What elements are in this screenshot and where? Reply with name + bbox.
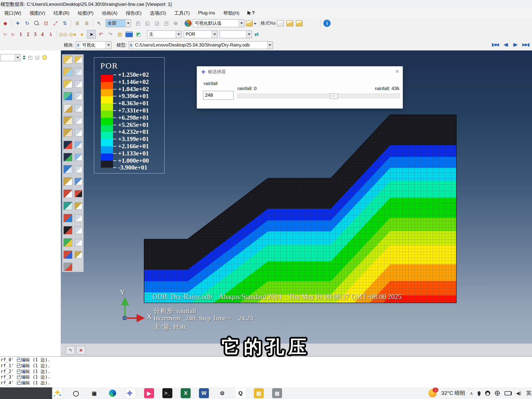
menu-item-5[interactable]: 动画(A) [98, 10, 122, 16]
perspective-on-icon[interactable]: ≣ [73, 19, 82, 28]
previous-prompt-button[interactable]: ↰ [66, 346, 75, 354]
abaqus-app-icon[interactable] [126, 388, 136, 398]
last-frame-button[interactable]: ▶▶▮ [521, 40, 530, 49]
qq-tray-icon[interactable] [485, 391, 490, 396]
copilot-sparkle-icon[interactable] [53, 388, 63, 398]
ruler-chip-icon[interactable]: ◲ [152, 19, 161, 28]
dotted-grid-icon[interactable] [75, 154, 82, 161]
plot-undeformed-icon[interactable]: ◎◎ [59, 30, 68, 39]
mini-table-icon[interactable] [75, 105, 82, 112]
mini-table-icon[interactable] [75, 178, 82, 185]
menu-item-7[interactable]: 选项(O) [146, 10, 170, 16]
excel-icon[interactable]: X [181, 388, 191, 398]
cycle-views-icon[interactable]: ⇅ [60, 19, 69, 28]
chevron-down-icon[interactable] [212, 31, 217, 38]
render-shaded-cube-icon[interactable] [295, 19, 304, 28]
stress-linearization-icon[interactable] [63, 190, 72, 198]
next-frame-button[interactable]: ▮▶ [512, 40, 518, 49]
speaker-icon[interactable]: ◀⟩ [516, 390, 521, 396]
field-report-icon[interactable] [63, 177, 72, 186]
terminal-icon[interactable]: >_ [162, 388, 172, 398]
menu-item-1[interactable]: 视口(W) [0, 10, 25, 16]
recorder-icon[interactable]: ▦ [272, 388, 282, 398]
qq-icon[interactable]: Q [236, 388, 245, 398]
video-app-icon[interactable]: ▶ [144, 388, 154, 398]
manipulate-chip-icon[interactable]: ◱ [143, 19, 152, 28]
dialog-titlebar[interactable]: 帧选择器 [201, 69, 226, 75]
info-button[interactable]: i [323, 19, 331, 28]
contour-plot-icon[interactable] [63, 92, 72, 100]
selection-scope-combo[interactable]: 全部 [106, 19, 131, 27]
slider-handle[interactable] [330, 93, 338, 99]
chevron-down-icon[interactable] [267, 42, 273, 49]
module-combo[interactable]: 可视化 [76, 41, 111, 49]
close-icon[interactable]: ✕ [395, 68, 399, 75]
clock-icon[interactable] [75, 202, 82, 209]
folder-up-icon[interactable]: ◰ [28, 55, 32, 60]
cancel-prompt-button[interactable]: ✕ [76, 346, 85, 354]
sweep-branch-icon[interactable]: λ [46, 30, 55, 39]
mini-table-icon[interactable] [75, 129, 82, 136]
redo-icon[interactable]: ↷ [106, 30, 115, 39]
viewport-2-button[interactable]: 2 [24, 31, 32, 37]
mini-table-icon[interactable] [75, 227, 82, 234]
spectrum-options-icon[interactable] [63, 68, 72, 76]
spectrum-icon[interactable] [63, 55, 72, 64]
frame-number-input[interactable] [203, 91, 234, 100]
model-spinner[interactable] [129, 42, 133, 49]
message-area[interactable]: rf_0' 已编辑 (1 边).rf_1' 已编辑 (1 边).rf_2' 已编… [0, 356, 532, 387]
menu-item-3[interactable]: 结果(R) [49, 10, 74, 16]
first-frame-button[interactable]: ▮◀◀ [490, 40, 500, 49]
file-explorer-icon[interactable]: ▤ [254, 388, 264, 398]
deformed-plot-icon[interactable] [63, 116, 72, 125]
undo-icon[interactable]: ↶ [96, 30, 105, 39]
perspective-off-icon[interactable]: ≣ [82, 19, 91, 28]
viewport-1-button[interactable]: 1 [17, 31, 24, 37]
module-spinner[interactable] [76, 42, 80, 49]
lock-chip-icon[interactable]: ◰ [134, 19, 142, 28]
context-help-cursor-icon[interactable] [247, 11, 251, 15]
menu-item-2[interactable]: 视图(V) [25, 10, 49, 16]
microphone-icon[interactable] [478, 391, 480, 395]
datum-chip-icon[interactable]: ◳ [162, 19, 171, 28]
mini-table-icon[interactable] [75, 93, 82, 100]
lightbulb-icon[interactable] [42, 55, 47, 60]
mini-table-icon[interactable] [75, 166, 82, 173]
animate-time-icon[interactable] [63, 202, 72, 210]
mini-table-icon[interactable] [75, 214, 82, 222]
protractor-chip-icon[interactable]: ⊚ [171, 19, 180, 28]
mini-table-icon[interactable] [75, 68, 82, 75]
chevron-down-icon[interactable] [15, 54, 20, 61]
invariant-combo[interactable] [220, 30, 252, 38]
previous-frame-button[interactable]: ◀▮ [502, 40, 509, 49]
xy-data-icon[interactable] [63, 153, 72, 161]
frame-slider[interactable] [237, 94, 400, 98]
result-tree-icon[interactable]: ◩ [134, 30, 143, 39]
symbol-plot-icon[interactable] [63, 129, 72, 137]
chevron-down-icon[interactable] [176, 31, 181, 38]
battery-icon[interactable] [505, 391, 511, 395]
menu-item-10[interactable]: 帮助(H) [219, 10, 244, 16]
viewport-screen-icon[interactable] [125, 30, 134, 39]
mini-table-icon[interactable] [75, 239, 82, 246]
viewport-canvas[interactable]: POR +1.250e+02+1.146e+02+1.043e+02+9.396… [61, 50, 532, 343]
viewport-4-button[interactable]: 4 [39, 31, 46, 37]
search-circle-icon[interactable]: ◯ [71, 388, 81, 398]
tray-chevron-up-icon[interactable]: ∧ [470, 391, 473, 396]
menu-item-9[interactable]: Plug-ins [194, 10, 219, 16]
task-view-icon[interactable]: ▣ [89, 388, 99, 398]
model-combo[interactable]: C:/Users/Lenovo/Desktop/25.04.30/Shraing… [129, 41, 273, 49]
link-options-icon[interactable]: ◲ [35, 55, 39, 60]
x-axis-flag-icon[interactable]: X↑ [10, 30, 17, 39]
color-defaults-combo[interactable]: 可视化默认值 [193, 19, 244, 27]
clipboard-icon[interactable]: ▥ [115, 30, 124, 39]
mini-table-icon[interactable] [75, 117, 82, 124]
xy-plot-icon[interactable] [63, 141, 72, 149]
fit-view-icon[interactable]: ⤢ [51, 19, 60, 28]
menu-item-6[interactable]: 报告(E) [122, 10, 146, 16]
viewport-stamp-icon[interactable]: ◆ [1, 19, 10, 28]
chevron-down-icon[interactable] [106, 42, 111, 49]
chevron-down-icon[interactable] [125, 20, 131, 27]
word-icon[interactable]: W [199, 388, 209, 398]
sync-icon[interactable]: ⇄ [252, 30, 261, 39]
